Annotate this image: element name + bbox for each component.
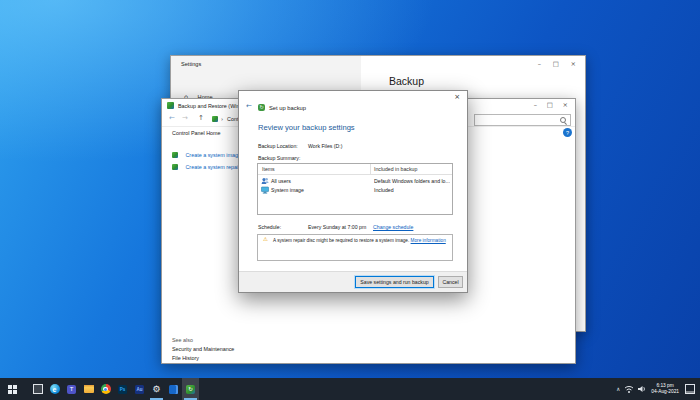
taskbar: e T Ps Au ⚙ ↻ (0, 378, 700, 400)
search-icon[interactable] (560, 117, 566, 123)
close-icon[interactable]: × (563, 102, 568, 109)
back-icon[interactable]: ← (169, 115, 175, 122)
maximize-icon[interactable]: □ (553, 61, 559, 68)
backup-summary-label: Backup Summary: (258, 155, 300, 161)
see-also-file-history[interactable]: File History (172, 355, 199, 361)
taskbar-item-photoshop[interactable]: Ps (114, 378, 131, 400)
desktop: Settings – □ × ⌂ Home Backup Backup and … (0, 0, 700, 400)
task-view-icon (33, 384, 43, 394)
action-center-icon[interactable] (685, 384, 695, 394)
settings-title: Settings (181, 61, 201, 67)
table-row[interactable]: System image Included (258, 186, 452, 194)
taskbar-item-settings[interactable]: ⚙ (148, 378, 165, 400)
photoshop-icon: Ps (118, 385, 127, 394)
audition-icon: Au (135, 385, 144, 394)
cancel-button[interactable]: Cancel (438, 276, 463, 288)
save-settings-run-backup-button[interactable]: Save settings and run backup (355, 276, 434, 288)
column-divider (370, 164, 371, 174)
minimize-icon[interactable]: – (534, 102, 537, 109)
see-also-security-maintenance[interactable]: Security and Maintenance (172, 346, 234, 352)
warning-box: ⚠ A system repair disc might be required… (257, 234, 453, 261)
network-icon[interactable] (624, 385, 634, 393)
dialog-footer: Save settings and run backup Cancel (239, 271, 467, 292)
settings-titlebar[interactable]: Settings – □ × (171, 56, 585, 72)
office-app-icon (169, 385, 178, 394)
item-name: All users (271, 178, 291, 184)
settings-page-title: Backup (389, 75, 424, 87)
breadcrumb-app-icon (212, 116, 218, 122)
speaker-icon[interactable] (637, 385, 647, 393)
minimize-icon[interactable]: – (538, 61, 541, 68)
warning-text: A system repair disc might be required t… (273, 238, 409, 243)
setup-backup-dialog: × ← ↻ Set up backup Review your backup s… (238, 90, 468, 293)
schedule-value: Every Sunday at 7:00 pm (308, 224, 366, 230)
taskbar-item-teams[interactable]: T (63, 378, 80, 400)
item-name: System image (271, 187, 304, 193)
taskbar-item-backup-restore[interactable]: ↻ (182, 378, 199, 400)
taskbar-item-audition[interactable]: Au (131, 378, 148, 400)
backup-shield-icon (172, 164, 178, 170)
taskbar-clock[interactable]: 6:13 pm 04-Aug-2021 (651, 383, 679, 395)
column-included[interactable]: Included in backup (374, 166, 417, 172)
backup-summary-table: Items Included in backup All users Defau… (257, 163, 453, 215)
chrome-icon (101, 384, 111, 394)
forward-icon[interactable]: → (182, 115, 188, 122)
close-icon[interactable]: × (454, 94, 460, 101)
column-items[interactable]: Items (262, 166, 275, 172)
file-explorer-icon (84, 385, 94, 393)
help-icon[interactable]: ? (563, 128, 572, 137)
backup-restore-window-icon (167, 102, 174, 109)
up-icon[interactable]: ↑ (198, 115, 204, 122)
gear-icon: ⚙ (152, 385, 160, 394)
system-image-icon (261, 186, 269, 194)
teams-icon: T (67, 385, 76, 394)
taskbar-item-edge[interactable]: e (46, 378, 63, 400)
dialog-heading: Review your backup settings (258, 123, 355, 132)
task-view-button[interactable] (29, 378, 46, 400)
taskbar-item-file-explorer[interactable] (80, 378, 97, 400)
close-icon[interactable]: × (571, 61, 576, 68)
taskbar-item-office-app[interactable] (165, 378, 182, 400)
start-button[interactable] (4, 378, 21, 400)
table-row[interactable]: All users Default Windows folders and lo… (258, 177, 452, 185)
maximize-icon[interactable]: □ (547, 102, 553, 109)
clock-date: 04-Aug-2021 (651, 389, 679, 395)
table-header: Items Included in backup (258, 164, 452, 175)
item-included: Default Windows folders and lo... (374, 178, 450, 184)
change-schedule-link[interactable]: Change schedule (373, 224, 413, 230)
backup-location-label: Backup Location: (258, 143, 298, 149)
taskbar-item-chrome[interactable] (97, 378, 114, 400)
dialog-title: Set up backup (269, 105, 306, 111)
backup-location-value: Work Files (D:) (308, 143, 343, 149)
control-panel-home-link[interactable]: Control Panel Home (172, 130, 221, 136)
setup-backup-icon: ↻ (258, 104, 265, 111)
windows-logo-icon (8, 385, 17, 394)
more-information-link[interactable]: More information (411, 238, 446, 243)
edge-icon: e (50, 384, 60, 394)
see-also-label: See also (172, 337, 193, 343)
warning-icon: ⚠ (263, 237, 268, 243)
users-icon (261, 177, 269, 185)
schedule-label: Schedule: (258, 224, 281, 230)
search-box[interactable] (474, 114, 571, 126)
item-included: Included (374, 187, 394, 193)
search-input[interactable] (476, 115, 560, 123)
backup-restore-taskbar-icon: ↻ (186, 385, 195, 394)
back-icon[interactable]: ← (246, 103, 252, 110)
breadcrumb-chevron-icon: › (221, 115, 223, 124)
tray-chevron-icon[interactable]: ∧ (616, 386, 620, 392)
